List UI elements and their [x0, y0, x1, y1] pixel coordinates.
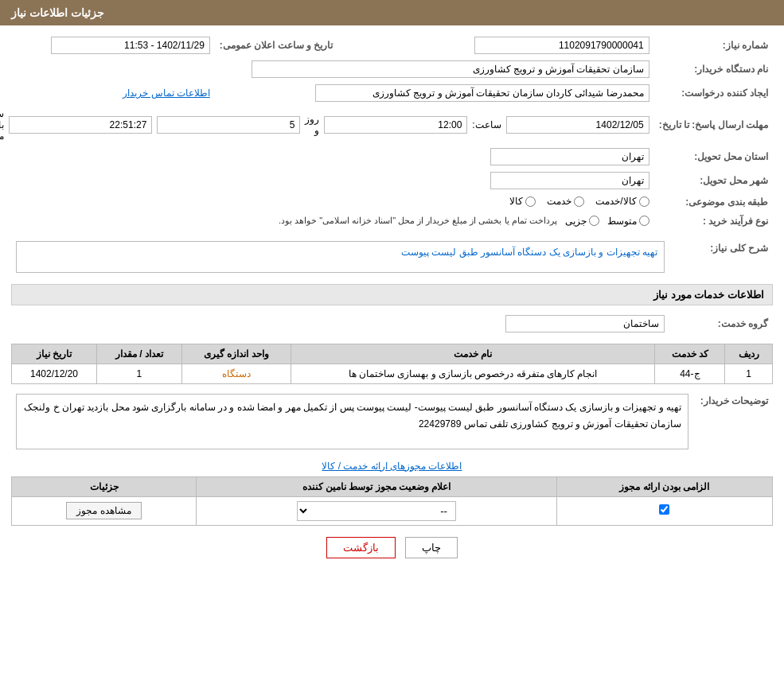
need-number-label: شماره نیاز:	[654, 33, 773, 57]
province-value: تهران	[490, 148, 649, 165]
service-group-label: گروه خدمت:	[669, 312, 773, 336]
permit-table-body: -- مشاهده مجوز	[12, 496, 773, 525]
creator-label: ایجاد کننده درخواست:	[654, 81, 773, 105]
permit-col-required: الزامی بودن ارائه مجوز	[556, 476, 772, 496]
permit-view-button[interactable]: مشاهده مجوز	[66, 502, 141, 519]
radio-jozyi-label: جزیی	[565, 216, 587, 227]
need-description-table: شرح کلی نیاز: تهیه تجهیزات و بازسازی یک …	[11, 238, 773, 276]
permit-header-row: الزامی بودن ارائه مجوز اعلام وضعیت مجوز …	[12, 476, 773, 496]
purchase-type-label: نوع فرآیند خرید :	[654, 212, 773, 230]
contact-link[interactable]: اطلاعات تماس خریدار	[123, 87, 210, 99]
col-service-code: کد خدمت	[655, 344, 725, 364]
category-label: طبقه بندی موضوعی:	[654, 192, 773, 212]
province-label: استان محل تحویل:	[654, 145, 773, 169]
col-service-name: نام خدمت	[291, 344, 655, 364]
permit-table: الزامی بودن ارائه مجوز اعلام وضعیت مجوز …	[11, 476, 773, 526]
permit-status-select[interactable]: --	[297, 501, 456, 521]
deadline-days: 5	[157, 116, 300, 134]
header-bar: جزئیات اطلاعات نیاز	[0, 0, 784, 25]
permit-required-checkbox[interactable]	[659, 504, 669, 515]
city-value: تهران	[490, 172, 649, 189]
permit-row: -- مشاهده مجوز	[12, 496, 773, 525]
col-need-date: تاریخ نیاز	[12, 344, 97, 364]
info-row-city: شهر محل تحویل: تهران	[0, 169, 773, 192]
permit-col-status: اعلام وضعیت مجوز توسط نامین کننده	[197, 476, 557, 496]
service-group-table: گروه خدمت: ساختمان	[11, 312, 773, 336]
services-table-row: 1ج-44انجام کارهای متفرقه درخصوص بازسازی …	[12, 364, 773, 383]
radio-jozyi: جزیی	[565, 216, 599, 227]
need-number-value: 1102091790000041	[474, 37, 649, 54]
info-row-deadline: مهلت ارسال پاسخ: تا تاریخ: 1402/12/05 سا…	[0, 105, 773, 145]
permit-section-link[interactable]: اطلاعات مجوزهای ارائه خدمت / کالا	[11, 461, 773, 472]
permit-col-details: جزئیات	[12, 476, 197, 496]
radio-kala-khedmat: کالا/خدمت	[595, 196, 649, 207]
radio-khedmat-label: خدمت	[547, 196, 571, 207]
category-radio-group: کالا/خدمت خدمت کالا	[509, 196, 649, 207]
deadline-label: مهلت ارسال پاسخ: تا تاریخ:	[654, 105, 773, 145]
radio-motawaset-label: متوسط	[607, 216, 637, 227]
radio-khedmat: خدمت	[547, 196, 584, 207]
services-table-head: ردیف کد خدمت نام خدمت واحد اندازه گیری ت…	[12, 344, 773, 364]
col-unit: واحد اندازه گیری	[181, 344, 291, 364]
permit-status-cell: --	[197, 496, 557, 525]
print-button[interactable]: چاپ	[405, 537, 458, 558]
buyer-notes-row: توضیحات خریدار: تهیه و تجهیزات و بازسازی…	[11, 391, 773, 453]
need-description-value: تهیه تجهیزات و بازسازی یک دستگاه آسانسور…	[16, 241, 665, 273]
deadline-date: 1402/12/05	[506, 116, 649, 134]
info-table: شماره نیاز: 1102091790000041 تاریخ و ساع…	[0, 33, 773, 230]
city-label: شهر محل تحویل:	[654, 169, 773, 192]
deadline-remaining: 22:51:27	[9, 116, 152, 134]
deadline-remaining-label: ساعت باقی مانده	[0, 108, 4, 142]
info-row-buyer-org: نام دستگاه خریدار: سازمان تحقیقات آموزش …	[0, 57, 773, 81]
services-data-table: ردیف کد خدمت نام خدمت واحد اندازه گیری ت…	[11, 344, 773, 384]
buyer-org-value: سازمان تحقیقات آموزش و ترویج کشاورزی	[252, 60, 649, 78]
action-buttons: چاپ بازگشت	[11, 537, 773, 558]
deadline-time: 12:00	[324, 116, 467, 134]
radio-motawaset-input[interactable]	[639, 216, 649, 226]
info-row-category: طبقه بندی موضوعی: کالا/خدمت خدمت	[0, 192, 773, 212]
content-area: شماره نیاز: 1102091790000041 تاریخ و ساع…	[0, 25, 784, 577]
info-row-need-number: شماره نیاز: 1102091790000041 تاریخ و ساع…	[0, 33, 773, 57]
radio-khedmat-input[interactable]	[574, 196, 584, 207]
back-button[interactable]: بازگشت	[326, 537, 396, 558]
deadline-time-label: ساعت:	[472, 119, 501, 130]
services-section-title: اطلاعات خدمات مورد نیاز	[11, 284, 773, 305]
info-row-purchase-type: نوع فرآیند خرید : متوسط جزیی پرداخت تمام…	[0, 212, 773, 230]
purchase-note: پرداخت تمام یا بخشی از مبلغ خریدار از مح…	[279, 216, 557, 226]
permit-details-cell: مشاهده مجوز	[12, 496, 197, 525]
radio-kala-khedmat-label: کالا/خدمت	[595, 196, 636, 207]
purchase-type-row: متوسط جزیی پرداخت تمام یا بخشی از مبلغ خ…	[0, 216, 649, 227]
services-table-body: 1ج-44انجام کارهای متفرقه درخصوص بازسازی …	[12, 364, 773, 383]
col-quantity: تعداد / مقدار	[97, 344, 182, 364]
need-description-label: شرح کلی نیاز:	[669, 238, 773, 276]
page-title: جزئیات اطلاعات نیاز	[11, 6, 104, 19]
deadline-row: 1402/12/05 ساعت: 12:00 روز و 5 22:51:27 …	[0, 108, 649, 142]
creator-value: محمدرضا شیدائی کاردان سازمان تحقیقات آمو…	[315, 84, 649, 102]
deadline-day-label: روز و	[305, 114, 319, 136]
service-group-row: گروه خدمت: ساختمان	[11, 312, 773, 336]
col-row-num: ردیف	[725, 344, 773, 364]
info-row-creator: ایجاد کننده درخواست: محمدرضا شیدائی کارد…	[0, 81, 773, 105]
buyer-org-label: نام دستگاه خریدار:	[654, 57, 773, 81]
service-group-value: ساختمان	[505, 315, 665, 332]
radio-motawaset: متوسط	[607, 216, 649, 227]
permit-required-cell	[556, 496, 772, 525]
announce-datetime-value: 1402/11/29 - 11:53	[51, 37, 210, 54]
buyer-notes-value: تهیه و تجهیزات و بازسازی یک دستگاه آسانس…	[16, 394, 688, 449]
info-row-province: استان محل تحویل: تهران	[0, 145, 773, 169]
services-table-header-row: ردیف کد خدمت نام خدمت واحد اندازه گیری ت…	[12, 344, 773, 364]
announce-datetime-label: تاریخ و ساعت اعلان عمومی:	[215, 33, 337, 57]
need-description-row: شرح کلی نیاز: تهیه تجهیزات و بازسازی یک …	[11, 238, 773, 276]
radio-kala-input[interactable]	[525, 196, 536, 207]
radio-kala-label: کالا	[509, 196, 523, 207]
radio-kala-khedmat-input[interactable]	[639, 196, 649, 207]
buyer-notes-table: توضیحات خریدار: تهیه و تجهیزات و بازسازی…	[11, 391, 773, 453]
radio-kala: کالا	[509, 196, 536, 207]
buyer-notes-label: توضیحات خریدار:	[693, 391, 773, 453]
page-wrapper: جزئیات اطلاعات نیاز شماره نیاز: 11020917…	[0, 0, 784, 696]
radio-jozyi-input[interactable]	[589, 216, 599, 226]
permit-table-head: الزامی بودن ارائه مجوز اعلام وضعیت مجوز …	[12, 476, 773, 496]
